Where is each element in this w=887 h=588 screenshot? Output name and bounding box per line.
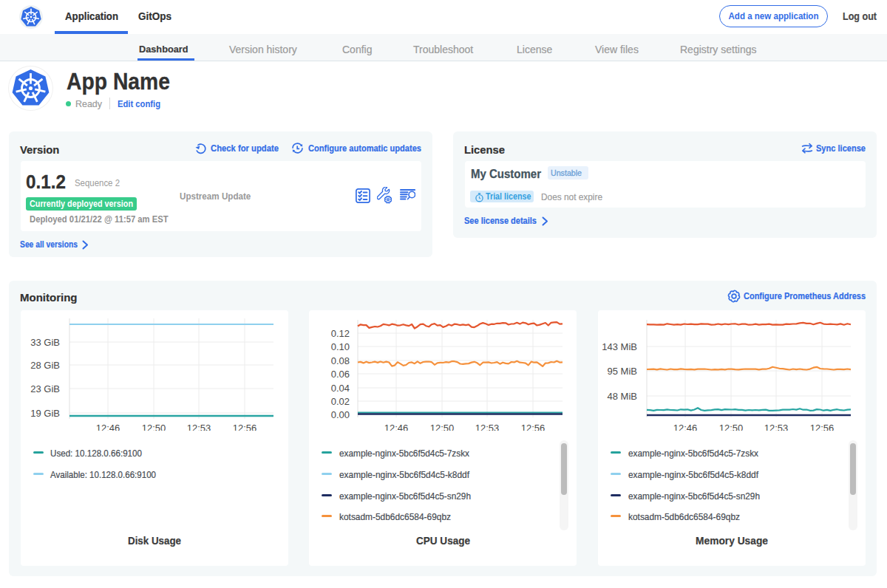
svg-text:95 MiB: 95 MiB [608, 366, 637, 377]
svg-text:12:56: 12:56 [233, 423, 257, 431]
svg-text:12:53: 12:53 [764, 423, 789, 431]
svg-text:12:46: 12:46 [96, 423, 120, 431]
svg-text:23 GiB: 23 GiB [30, 383, 60, 394]
svg-text:0.02: 0.02 [331, 396, 350, 407]
svg-text:0.10: 0.10 [331, 341, 350, 352]
svg-text:12:46: 12:46 [673, 423, 698, 431]
svg-text:0.04: 0.04 [331, 383, 350, 394]
svg-text:0.12: 0.12 [331, 328, 350, 339]
svg-text:12:56: 12:56 [521, 423, 546, 431]
svg-text:0.08: 0.08 [331, 355, 350, 366]
svg-text:19 GiB: 19 GiB [30, 408, 60, 419]
svg-text:0.00: 0.00 [331, 409, 350, 420]
svg-text:12:53: 12:53 [475, 423, 500, 431]
svg-text:12:50: 12:50 [430, 423, 455, 431]
svg-text:0.06: 0.06 [331, 369, 350, 380]
svg-text:28 GiB: 28 GiB [30, 360, 60, 371]
svg-text:12:50: 12:50 [719, 423, 744, 431]
svg-text:12:50: 12:50 [142, 423, 166, 431]
svg-text:12:46: 12:46 [384, 423, 409, 431]
svg-text:48 MiB: 48 MiB [608, 391, 637, 402]
svg-text:12:53: 12:53 [187, 423, 211, 431]
svg-text:33 GiB: 33 GiB [30, 337, 60, 348]
svg-text:143 MiB: 143 MiB [602, 341, 637, 352]
svg-text:12:56: 12:56 [810, 423, 835, 431]
